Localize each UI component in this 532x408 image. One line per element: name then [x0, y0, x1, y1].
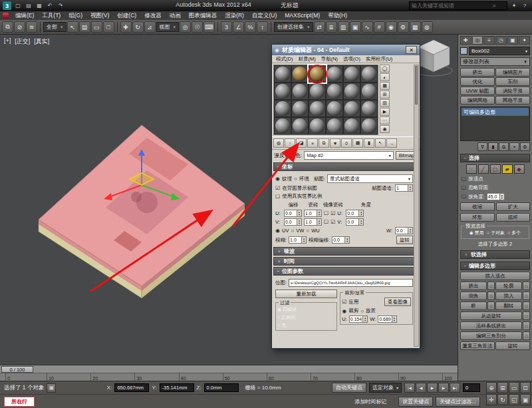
me-menu-2[interactable]: 导航(N) — [319, 56, 340, 63]
modifier-list-dropdown[interactable]: 修改器列表 ▼ — [460, 57, 530, 66]
assign-material-to-selection-icon[interactable]: ◪ — [296, 138, 307, 148]
edit-poly-button[interactable]: 倒角 — [460, 292, 487, 300]
rendered-frame-icon[interactable]: ▦ — [410, 21, 421, 33]
y-coordinate-field[interactable]: -35.141mm — [160, 383, 194, 392]
loop-button[interactable]: 循环 — [496, 213, 531, 222]
wu-radio[interactable]: ○ — [306, 228, 309, 234]
angle-snap-icon[interactable]: ∠ — [233, 21, 244, 33]
settings-icon[interactable]: □ — [523, 311, 530, 320]
new-file-icon[interactable]: ▢ — [13, 1, 23, 10]
material-sample-slot-7[interactable] — [291, 83, 309, 100]
modifier-button-3[interactable]: 车削 — [495, 77, 530, 86]
rollout-soft-selection[interactable]: ＋ 软选择 — [460, 250, 530, 259]
help-icon[interactable]: ? — [520, 1, 529, 10]
render-setup-icon[interactable]: ⚙ — [398, 21, 409, 33]
backlight-icon[interactable]: ◐ — [380, 73, 390, 81]
filter-option-1[interactable]: ○ 总面积 — [277, 314, 335, 321]
tab-hierarchy[interactable]: ≡ — [483, 36, 495, 45]
maximize-viewport-icon[interactable]: ▣ — [520, 394, 531, 405]
material-sample-slot-2[interactable] — [309, 65, 326, 83]
modifier-button-2[interactable]: 优化 — [460, 77, 495, 86]
tab-display[interactable]: ▣ — [507, 36, 519, 45]
stack-item-editable-poly[interactable]: 可编辑多边形 — [462, 108, 529, 116]
rollout-edit-polygons[interactable]: − 编辑多边形 — [460, 262, 530, 270]
select-and-rotate-icon[interactable]: ↻ — [132, 21, 144, 33]
selection-filter-dropdown[interactable]: 全部▾ — [43, 22, 66, 32]
bitmap-path-button[interactable]: e:\Desktop\CgQCrYL7wx6AFbFJAACklu_t3eg52… — [289, 279, 413, 287]
v-tile-checkbox[interactable]: ☑ — [331, 219, 335, 225]
modifier-button-1[interactable]: 编辑面片 — [495, 68, 530, 77]
crop-u-spinner[interactable]: 0.154 — [349, 315, 368, 323]
reload-button[interactable]: 重新加载 — [275, 290, 337, 298]
material-sample-slot-5[interactable] — [360, 65, 378, 83]
v-angle-spinner[interactable]: 0.0 — [346, 218, 364, 226]
u-mirror-checkbox[interactable]: ☐ — [324, 210, 329, 216]
edit-poly-button[interactable]: 旋转 — [495, 341, 530, 350]
material-editor-icon[interactable]: ◉ — [386, 21, 397, 33]
open-file-icon[interactable]: ▤ — [24, 1, 33, 10]
u-angle-spinner[interactable]: 0.0 — [346, 210, 364, 217]
remove-modifier-icon[interactable]: × — [509, 142, 519, 151]
material-sample-slot-14[interactable] — [309, 100, 326, 117]
edit-poly-button[interactable]: 挤出 — [460, 282, 487, 290]
by-angle-spinner[interactable]: 45.0 — [487, 193, 505, 200]
material-sample-slot-19[interactable] — [291, 117, 309, 134]
close-icon[interactable]: ✕ — [406, 46, 417, 54]
settings-icon[interactable]: □ — [523, 292, 530, 300]
place-radio[interactable]: ○ — [360, 308, 364, 314]
communication-center-icon[interactable]: ✦ — [509, 1, 519, 10]
menu-item-0[interactable]: 编辑(E) — [11, 12, 38, 20]
edit-poly-button[interactable]: 插入 — [495, 292, 522, 300]
vw-radio[interactable]: ○ — [291, 228, 294, 234]
save-file-icon[interactable]: ▦ — [35, 1, 44, 10]
keyboard-override-icon[interactable]: ⌨ — [203, 21, 215, 33]
ignore-backfacing-checkbox[interactable]: ☐ — [462, 185, 466, 191]
edit-poly-button[interactable]: 桥 — [460, 302, 487, 310]
map-name-dropdown[interactable]: Map #2 ▾ — [304, 151, 393, 160]
menu-item-4[interactable]: 创建(C) — [113, 12, 140, 20]
settings-icon[interactable]: □ — [487, 292, 495, 300]
spinner-arrows-icon[interactable] — [297, 219, 301, 225]
edge-mode-icon[interactable]: ╱ — [478, 164, 489, 174]
make-unique-icon[interactable]: ⧉ — [499, 142, 509, 151]
maxscript-mini-listener[interactable]: 所在行 — [4, 397, 35, 407]
menu-item-11[interactable]: 帮助(H) — [324, 12, 351, 20]
layer-manager-icon[interactable]: ▥ — [338, 21, 349, 33]
configure-modifier-sets-icon[interactable]: ⚙ — [520, 142, 530, 151]
search-icon[interactable]: ⌕ — [493, 2, 496, 9]
menu-item-1[interactable]: 工具(T) — [38, 12, 65, 20]
modifier-button-7[interactable]: 网格平滑 — [495, 96, 530, 104]
rotate-button[interactable]: 旋转 — [396, 236, 413, 244]
menu-item-3[interactable]: 视图(V) — [86, 12, 113, 20]
material-sample-slot-3[interactable] — [326, 65, 343, 83]
material-sample-slot-23[interactable] — [360, 117, 378, 134]
z-coordinate-field[interactable]: 0.0mm — [204, 383, 239, 392]
zoom-extents-all-icon[interactable]: ⊡ — [520, 382, 531, 393]
options-icon[interactable]: ⋯ — [380, 116, 390, 124]
modifier-button-5[interactable]: 涡轮平滑 — [495, 87, 530, 95]
material-sample-slot-17[interactable] — [360, 100, 378, 117]
spinner-arrows-icon[interactable] — [408, 185, 412, 191]
environment-radio[interactable]: ○ — [294, 176, 297, 182]
material-sample-slot-21[interactable] — [326, 117, 343, 134]
material-editor-scrollbar[interactable] — [414, 65, 419, 347]
select-and-scale-icon[interactable]: ⊿ — [144, 21, 156, 33]
material-editor-titlebar[interactable]: ◉ 材质编辑器 - 04 - Default ✕ — [272, 45, 420, 55]
modifier-button-0[interactable]: 挤出 — [460, 68, 495, 77]
edit-poly-button[interactable]: 重复三角算法 — [460, 341, 495, 350]
redo-icon[interactable]: ↷ — [56, 1, 65, 10]
make-unique-icon[interactable]: ⧉ — [319, 138, 329, 148]
tab-modify[interactable]: ◎ — [472, 36, 483, 45]
preview-option-0[interactable]: ◉ 禁用 — [469, 230, 484, 236]
spinner-arrows-icon[interactable] — [317, 219, 321, 225]
material-sample-slot-8[interactable] — [309, 83, 326, 100]
edit-poly-button[interactable]: 轮廓 — [495, 282, 522, 290]
schematic-view-icon[interactable]: # — [374, 21, 385, 33]
ring-button[interactable]: 环形 — [460, 213, 495, 222]
v-tiling-spinner[interactable]: 1.0 — [304, 218, 322, 226]
edit-poly-button[interactable]: 翻转 — [495, 302, 522, 310]
reference-coordsys-dropdown[interactable]: 视图▾ — [156, 22, 180, 32]
put-to-library-icon[interactable]: ▼ — [330, 138, 340, 148]
percent-snap-icon[interactable]: % — [245, 21, 256, 33]
edit-poly-button[interactable]: 从边旋转 — [460, 311, 522, 320]
